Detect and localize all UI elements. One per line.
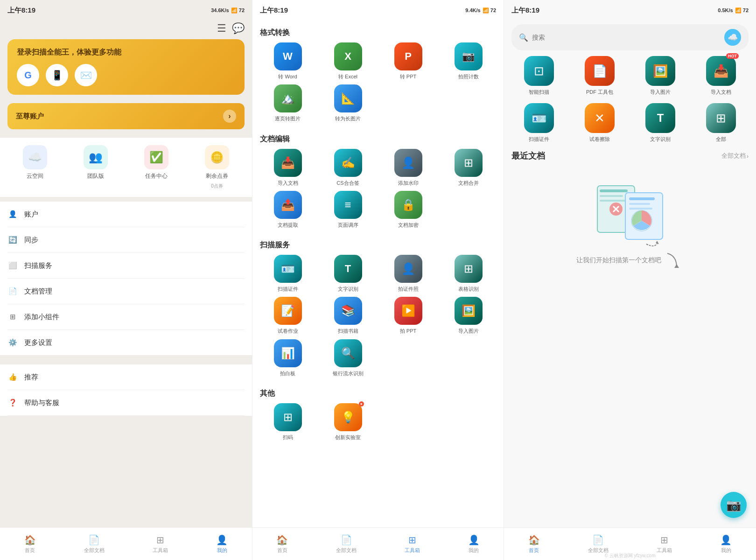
home-tool-all[interactable]: ⊞ 全部 bbox=[693, 103, 749, 143]
lab-icon: 💡 ● bbox=[334, 403, 362, 431]
tool-exam[interactable]: 📝 试卷作业 bbox=[260, 297, 315, 334]
tool-extract[interactable]: 📤 文档提取 bbox=[260, 191, 315, 228]
vip-label: 至尊账户 bbox=[16, 112, 44, 121]
status-icons-3: 0.5K/s 📶 72 bbox=[718, 7, 749, 14]
tool-pageorder[interactable]: ≡ 页面调序 bbox=[320, 191, 376, 228]
menu-scan-service[interactable]: ⬜ 扫描服务 bbox=[7, 253, 245, 279]
home-tool-scan[interactable]: ⊡ 智能扫描 bbox=[511, 56, 567, 96]
google-login-btn[interactable]: G bbox=[17, 64, 39, 86]
merge-label: 文档合并 bbox=[458, 180, 479, 186]
vip-arrow[interactable]: › bbox=[223, 110, 236, 123]
team-action[interactable]: 👥 团队版 bbox=[84, 145, 108, 189]
nav-docs-2[interactable]: 📄 全部文档 bbox=[330, 532, 362, 556]
tool-cs[interactable]: ✍️ CS合合签 bbox=[320, 149, 376, 186]
menu-more-settings[interactable]: ⚙️ 更多设置 bbox=[7, 330, 245, 355]
tool-ppt-photo[interactable]: ▶️ 拍 PPT bbox=[380, 297, 436, 334]
table-ocr-icon: ⊞ bbox=[455, 255, 483, 283]
fab-camera-btn[interactable]: 📷 bbox=[721, 492, 747, 518]
menu-recommend[interactable]: 👍 推荐 bbox=[7, 364, 245, 390]
word-icon: W bbox=[274, 42, 302, 70]
docs-label-2: 全部文档 bbox=[336, 547, 357, 554]
watermark: © 云帆资源网 yfzyw.com bbox=[504, 553, 756, 559]
home-tool-text-ocr[interactable]: T 文字识别 bbox=[633, 103, 688, 143]
tool-lab[interactable]: 💡 ● 创新实验室 bbox=[320, 403, 376, 441]
doc-edit-grid-2: 📤 文档提取 ≡ 页面调序 🔒 文档加密 bbox=[260, 191, 496, 228]
vip-banner[interactable]: 至尊账户 › bbox=[7, 103, 245, 129]
task-action[interactable]: ✅ 任务中心 bbox=[144, 145, 168, 189]
tool-watermark[interactable]: 👤 添加水印 bbox=[380, 149, 436, 186]
tool-count[interactable]: 📷 拍照计数 bbox=[441, 42, 496, 80]
home-tool-pdf[interactable]: 📄 PDF 工具包 bbox=[572, 56, 627, 96]
tool-encrypt[interactable]: 🔒 文档加密 bbox=[380, 191, 436, 228]
points-action[interactable]: 🪙 剩余点券 0点券 bbox=[205, 145, 229, 189]
menu-account[interactable]: 👤 账户 bbox=[7, 202, 245, 227]
tool-whiteboard[interactable]: 📊 拍白板 bbox=[260, 339, 315, 377]
nav-docs-3[interactable]: 📄 全部文档 bbox=[582, 532, 614, 556]
nav-mine-1[interactable]: 👤 我的 bbox=[210, 532, 233, 556]
nav-tools-1[interactable]: ⊞ 工具箱 bbox=[147, 532, 174, 556]
tool-idphoto[interactable]: 👤 拍证件照 bbox=[380, 255, 436, 292]
docs-label-1: 全部文档 bbox=[84, 547, 105, 554]
menu-doc-manage[interactable]: 📄 文档管理 bbox=[7, 279, 245, 304]
tool-qrcode[interactable]: ⊞ 扫码 bbox=[260, 403, 315, 441]
tool-ppt[interactable]: P 转 PPT bbox=[380, 42, 436, 80]
task-label: 任务中心 bbox=[145, 172, 168, 180]
message-icon[interactable]: 💬 bbox=[232, 22, 245, 35]
encrypt-icon: 🔒 bbox=[394, 191, 422, 219]
nav-tools-2[interactable]: ⊞ 工具箱 bbox=[399, 532, 426, 556]
see-all-btn[interactable]: 全部文档 › bbox=[721, 152, 749, 160]
tool-scan-id[interactable]: 🪪 扫描证件 bbox=[260, 255, 315, 292]
exam-label: 试卷作业 bbox=[278, 328, 298, 334]
nav-docs-1[interactable]: 📄 全部文档 bbox=[78, 532, 110, 556]
tool-bank[interactable]: 🔍 银行流水识别 bbox=[320, 339, 376, 377]
tool-book[interactable]: 📚 扫描书籍 bbox=[320, 297, 376, 334]
home-tool-import-doc[interactable]: 📥 HOT 导入文档 bbox=[693, 56, 749, 96]
nav-mine-3[interactable]: 👤 我的 bbox=[714, 532, 737, 556]
pagepic-icon: 🏔️ bbox=[274, 84, 302, 112]
tool-import[interactable]: 📥 导入文档 bbox=[260, 149, 315, 186]
mine-icon-3: 👤 bbox=[720, 534, 732, 546]
tool-word[interactable]: W 转 Word bbox=[260, 42, 315, 80]
cloud-space-action[interactable]: ☁️ 云空间 bbox=[23, 145, 47, 189]
mine-label-1: 我的 bbox=[217, 547, 227, 554]
tool-longpic[interactable]: 📐 转为长图片 bbox=[320, 84, 376, 122]
home-pdf-icon: 📄 bbox=[585, 56, 615, 86]
scan-service-grid-1: 🪪 扫描证件 T 文字识别 👤 拍证件照 ⊞ 表格识别 bbox=[260, 255, 496, 292]
nav-home-2[interactable]: 🏠 首页 bbox=[271, 532, 294, 556]
nav-tools-3[interactable]: ⊞ 工具箱 bbox=[651, 532, 678, 556]
extract-label: 文档提取 bbox=[278, 222, 298, 228]
tool-pagepic[interactable]: 🏔️ 逐页转图片 bbox=[260, 84, 315, 122]
ocr-label: 文字识别 bbox=[338, 286, 358, 292]
import-pic-label: 导入图片 bbox=[458, 328, 479, 334]
qrcode-label: 扫码 bbox=[283, 434, 293, 441]
format-convert-grid: W 转 Word X 转 Excel P 转 PPT 📷 拍照计 bbox=[260, 42, 496, 80]
menu-sync[interactable]: 🔄 同步 bbox=[7, 227, 245, 253]
home-all-label: 全部 bbox=[716, 136, 726, 143]
search-input[interactable] bbox=[532, 34, 721, 41]
home-tool-import-pic[interactable]: 🖼️ 导入图片 bbox=[633, 56, 688, 96]
menu-add-widget[interactable]: ⊞ 添加小组件 bbox=[7, 304, 245, 330]
tool-merge[interactable]: ⊞ 文档合并 bbox=[441, 149, 496, 186]
email-login-btn[interactable]: ✉️ bbox=[75, 64, 97, 86]
tool-excel[interactable]: X 转 Excel bbox=[320, 42, 376, 80]
menu-help[interactable]: ❓ 帮助与客服 bbox=[7, 390, 245, 416]
home-tool-exam-erase[interactable]: ✕ 试卷擦除 bbox=[572, 103, 627, 143]
speed-2: 9.4K/s bbox=[465, 7, 480, 13]
tool-import-pic[interactable]: 🖼️ 导入图片 bbox=[441, 297, 496, 334]
nav-home-1[interactable]: 🏠 首页 bbox=[19, 532, 42, 556]
home-icon-3: 🏠 bbox=[528, 534, 540, 546]
tool-table-ocr[interactable]: ⊞ 表格识别 bbox=[441, 255, 496, 292]
cloud-sync-btn[interactable]: ☁️ bbox=[724, 29, 741, 46]
home-tool-id-scan[interactable]: 🪪 扫描证件 bbox=[511, 103, 567, 143]
mine-icon-2: 👤 bbox=[468, 534, 480, 546]
tablet-login-btn[interactable]: 📱 bbox=[46, 64, 68, 86]
recommend-label: 推荐 bbox=[24, 373, 38, 382]
nav-home-3[interactable]: 🏠 首页 bbox=[523, 532, 546, 556]
menu-icon[interactable]: ☰ bbox=[217, 22, 226, 35]
tool-ocr[interactable]: T 文字识别 bbox=[320, 255, 376, 292]
home-pdf-label: PDF 工具包 bbox=[586, 89, 613, 96]
import-icon: 📥 bbox=[274, 149, 302, 177]
nav-mine-2[interactable]: 👤 我的 bbox=[462, 532, 485, 556]
lab-badge: ● bbox=[359, 401, 364, 406]
search-bar[interactable]: 🔍 ☁️ bbox=[511, 24, 749, 50]
